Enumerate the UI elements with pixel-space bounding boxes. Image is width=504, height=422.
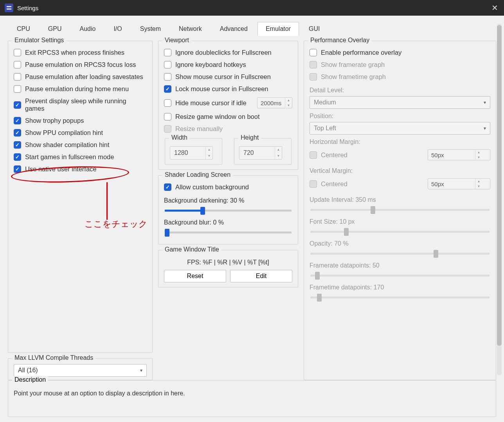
select-detail-level: Medium▾ xyxy=(310,96,490,109)
tab-system[interactable]: System xyxy=(132,22,169,36)
cb-hide-cursor[interactable] xyxy=(164,99,171,107)
close-icon[interactable]: ✕ xyxy=(490,3,499,13)
cb-fullscreen[interactable] xyxy=(14,153,21,161)
cb-resize-boot[interactable] xyxy=(164,113,171,120)
lab-bg-darkening: Background darkening: 30 % xyxy=(164,197,292,204)
content-area: Emulator Settings Exit RPCS3 when proces… xyxy=(0,36,504,380)
cb-frametime-graph xyxy=(310,73,317,81)
slider-bg-darkening[interactable] xyxy=(165,207,292,215)
tab-network[interactable]: Network xyxy=(171,22,210,36)
spin-up-icon: ▲ xyxy=(206,147,212,153)
group-game-window-title: Game Window Title FPS: %F | %R | %V | %T… xyxy=(158,250,298,287)
titlebar: Settings ✕ xyxy=(0,0,504,16)
slider-bg-blur[interactable] xyxy=(165,228,292,237)
slider-frametime-pts xyxy=(310,293,490,302)
input-hide-cursor-timeout[interactable] xyxy=(257,99,285,108)
height-legend: Height xyxy=(238,134,261,141)
lab-frametime-graph: Show frametime graph xyxy=(321,73,386,81)
spin-down-icon[interactable]: ▼ xyxy=(285,103,292,108)
cb-pause-focus-loss[interactable] xyxy=(14,61,21,68)
width-legend: Width xyxy=(169,134,190,141)
spin-h-margin: ▲▼ xyxy=(428,149,490,160)
window-title: Settings xyxy=(17,5,38,11)
spin-v-margin: ▲▼ xyxy=(428,178,490,189)
group-performance-overlay: Performance Overlay Enable performance o… xyxy=(304,41,496,380)
shader-legend: Shader Loading Screen xyxy=(162,171,233,178)
emulator-settings-legend: Emulator Settings xyxy=(12,37,66,44)
cb-shader-hint[interactable] xyxy=(14,141,21,149)
cb-native-ui[interactable] xyxy=(14,165,21,173)
group-width: Width ▲▼ xyxy=(165,138,222,165)
group-shader-loading: Shader Loading Screen Allow custom backg… xyxy=(158,175,298,244)
reset-button[interactable]: Reset xyxy=(164,270,226,282)
lab-resize-boot: Resize game window on boot xyxy=(175,113,260,120)
spin-width: ▲▼ xyxy=(170,146,213,160)
cb-prevent-sleep[interactable] xyxy=(14,101,21,109)
input-h-margin xyxy=(428,151,475,160)
game-window-title-format: FPS: %F | %R | %V | %T [%t] xyxy=(164,259,292,266)
perf-legend: Performance Overlay xyxy=(308,37,372,44)
tab-gpu[interactable]: GPU xyxy=(40,22,70,36)
select-llvm-threads[interactable]: All (16) ▾ xyxy=(14,364,147,377)
lab-detail-level: Detail Level: xyxy=(310,87,490,94)
lab-exit-on-finish: Exit RPCS3 when process finishes xyxy=(25,49,124,56)
lab-pause-savestate: Pause emulation after loading savestates xyxy=(25,73,143,81)
chevron-down-icon: ▾ xyxy=(484,100,486,105)
svg-rect-0 xyxy=(7,6,11,7)
cb-pause-home-menu[interactable] xyxy=(14,85,21,93)
scrollbar-thumb[interactable] xyxy=(497,25,502,346)
tab-io[interactable]: I/O xyxy=(105,22,130,36)
lab-custom-bg: Allow custom background xyxy=(175,183,249,191)
select-position: Top Left▾ xyxy=(310,122,490,135)
tab-gui[interactable]: GUI xyxy=(301,22,328,36)
lab-h-margin: Horizontal Margin: xyxy=(310,138,490,145)
viewport-legend: Viewport xyxy=(162,37,191,44)
input-width xyxy=(170,147,205,158)
tab-audio[interactable]: Audio xyxy=(71,22,104,36)
spin-up-icon: ▲ xyxy=(275,147,282,153)
group-viewport: Viewport Ignore doubleclicks for Fullscr… xyxy=(158,41,298,170)
cb-pause-savestate[interactable] xyxy=(14,73,21,81)
cb-ignore-dblclick[interactable] xyxy=(164,49,171,56)
cb-show-cursor[interactable] xyxy=(164,73,171,81)
lab-fullscreen: Start games in fullscreen mode xyxy=(25,153,114,161)
lab-framerate-graph: Show framerate graph xyxy=(321,61,385,68)
edit-button[interactable]: Edit xyxy=(230,270,292,282)
lab-framerate-pts: Framerate datapoints: 50 xyxy=(310,262,490,269)
tab-emulator[interactable]: Emulator xyxy=(257,22,299,36)
tab-cpu[interactable]: CPU xyxy=(9,22,38,36)
cb-custom-bg[interactable] xyxy=(164,183,171,191)
slider-update-interval xyxy=(310,206,490,214)
tab-strip: CPU GPU Audio I/O System Network Advance… xyxy=(0,16,504,36)
input-height xyxy=(239,147,275,158)
lab-show-cursor: Show mouse cursor in Fullscreen xyxy=(175,73,271,81)
lab-frametime-pts: Frametime datapoints: 170 xyxy=(310,284,490,291)
lab-prevent-sleep: Prevent display sleep while running game… xyxy=(25,97,147,112)
lab-shader-hint: Show shader compilation hint xyxy=(25,141,110,149)
spin-down-icon: ▼ xyxy=(275,153,282,159)
cb-h-centered xyxy=(310,151,317,159)
chevron-down-icon: ▾ xyxy=(484,126,486,131)
cb-enable-overlay[interactable] xyxy=(310,49,317,56)
cb-lock-cursor[interactable] xyxy=(164,85,171,93)
select-llvm-value: All (16) xyxy=(18,367,38,374)
lab-bg-blur: Background blur: 0 % xyxy=(164,219,292,226)
group-height: Height ▲▼ xyxy=(234,138,292,165)
lab-ignore-dblclick: Ignore doubleclicks for Fullscreen xyxy=(175,49,272,56)
lab-font-size: Font Size: 10 px xyxy=(310,218,490,225)
group-description: Description Point your mouse at an optio… xyxy=(8,380,496,417)
spin-hide-cursor-timeout[interactable]: ▲▼ xyxy=(257,97,292,108)
cb-exit-on-finish[interactable] xyxy=(14,49,21,56)
cb-ignore-hotkeys[interactable] xyxy=(164,61,171,68)
lab-v-margin: Vertical Margin: xyxy=(310,167,490,174)
spin-down-icon: ▼ xyxy=(475,184,482,189)
spin-up-icon[interactable]: ▲ xyxy=(285,98,292,103)
spin-height: ▲▼ xyxy=(239,146,282,160)
scrollbar[interactable] xyxy=(497,23,502,375)
llvm-legend: Max LLVM Compile Threads xyxy=(12,354,95,361)
cb-ppu-hint[interactable] xyxy=(14,129,21,136)
tab-advanced[interactable]: Advanced xyxy=(212,22,256,36)
select-detail-level-value: Medium xyxy=(314,99,336,106)
cb-trophy-popups[interactable] xyxy=(14,117,21,124)
lab-h-centered: Centered xyxy=(321,151,347,159)
